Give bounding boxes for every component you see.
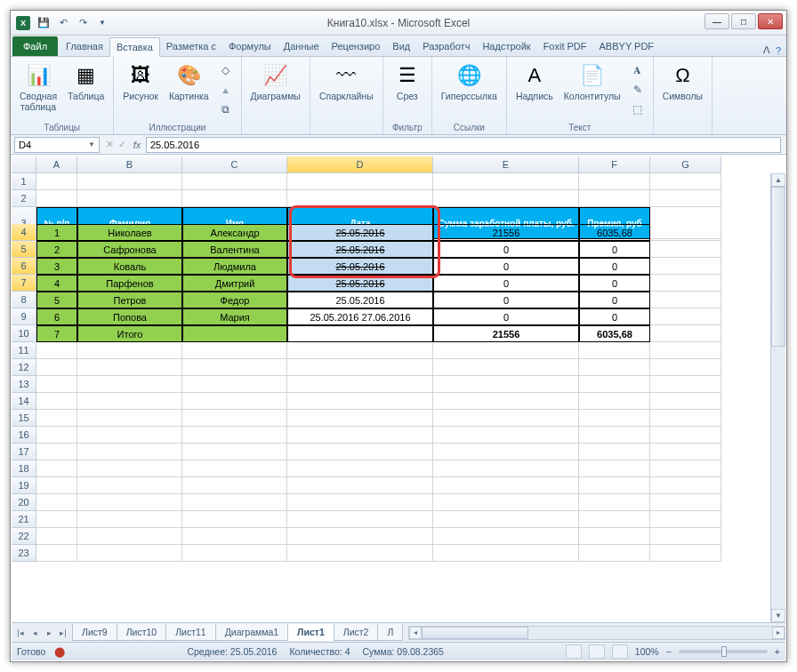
empty-cell[interactable] [182,528,287,545]
tab-developer[interactable]: Разработч [416,36,476,56]
row-header[interactable]: 21 [12,511,36,528]
object-button[interactable]: ⬚ [628,100,648,118]
row-header[interactable]: 7 [12,275,36,292]
row-header[interactable]: 5 [12,241,36,258]
table-cell[interactable]: 25.05.2016 [287,224,433,241]
tab-insert[interactable]: Вставка [109,37,160,57]
table-cell[interactable]: 5 [36,292,77,308]
sheet-tab[interactable]: Лист10 [117,624,167,641]
table-cell[interactable]: 25.05.2016 27.06.2016 [287,308,433,325]
formula-input[interactable]: 25.05.2016 [146,137,781,153]
empty-cell[interactable] [433,427,579,444]
col-header[interactable]: C [182,156,287,173]
empty-cell[interactable] [650,190,721,207]
table-cell[interactable]: Александр [182,224,287,241]
empty-cell[interactable] [650,477,721,494]
empty-cell[interactable] [182,376,287,393]
row-header[interactable]: 18 [12,460,36,477]
view-layout-button[interactable] [589,644,605,659]
empty-cell[interactable] [650,460,721,477]
empty-cell[interactable] [579,427,650,444]
empty-cell[interactable] [579,376,650,393]
smartart-button[interactable]: ⟁ [216,81,236,99]
empty-cell[interactable] [433,444,579,460]
undo-icon[interactable]: ↶ [55,15,71,31]
empty-cell[interactable] [650,325,721,342]
row-header[interactable]: 17 [12,444,36,460]
tab-nav-next-icon[interactable]: ▸ [42,626,56,640]
clipart-button[interactable]: 🎨Картинка [165,60,213,104]
vscroll-thumb[interactable] [771,187,785,347]
empty-cell[interactable] [433,393,579,410]
col-header[interactable]: G [650,156,721,173]
symbols-button[interactable]: ΩСимволы [659,60,706,104]
ribbon-minimize-icon[interactable]: ᐱ [763,44,770,56]
empty-cell[interactable] [182,545,287,562]
empty-cell[interactable] [182,190,287,207]
table-cell[interactable]: 0 [433,308,579,325]
table-cell[interactable]: 25.05.2016 [287,241,433,258]
empty-cell[interactable] [36,427,77,444]
row-header[interactable]: 19 [12,477,36,494]
empty-cell[interactable] [579,477,650,494]
row-header[interactable]: 1 [12,173,36,190]
table-cell[interactable]: Николаев [77,224,182,241]
empty-cell[interactable] [182,511,287,528]
cancel-fx-icon[interactable]: ✕ [103,139,116,150]
empty-cell[interactable] [433,511,579,528]
row-header[interactable]: 22 [12,528,36,545]
tab-data[interactable]: Данные [278,36,326,56]
empty-cell[interactable] [579,359,650,376]
empty-cell[interactable] [433,494,579,511]
empty-cell[interactable] [77,477,182,494]
tab-view[interactable]: Вид [386,36,416,56]
table-cell[interactable]: 0 [433,292,579,308]
empty-cell[interactable] [182,460,287,477]
empty-cell[interactable] [182,173,287,190]
table-cell[interactable]: Парфенов [77,275,182,292]
row-header[interactable]: 16 [12,427,36,444]
empty-cell[interactable] [287,393,433,410]
empty-cell[interactable] [433,460,579,477]
empty-cell[interactable] [433,545,579,562]
empty-cell[interactable] [36,511,77,528]
scroll-down-icon[interactable]: ▼ [771,609,785,622]
sheet-tab[interactable]: Л [377,624,403,641]
empty-cell[interactable] [433,376,579,393]
empty-cell[interactable] [650,410,721,427]
table-cell[interactable]: 2 [36,241,77,258]
empty-cell[interactable] [433,477,579,494]
help-icon[interactable]: ? [776,45,781,56]
row-header[interactable]: 8 [12,292,36,308]
scroll-up-icon[interactable]: ▲ [771,173,785,187]
empty-cell[interactable] [287,427,433,444]
empty-cell[interactable] [650,258,721,275]
empty-cell[interactable] [579,511,650,528]
empty-cell[interactable] [650,393,721,410]
sparklines-button[interactable]: 〰Спарклайны [316,60,377,104]
empty-cell[interactable] [287,477,433,494]
row-header[interactable]: 2 [12,190,36,207]
empty-cell[interactable] [579,393,650,410]
empty-cell[interactable] [36,393,77,410]
shapes-button[interactable]: ◇ [216,61,236,79]
table-cell[interactable]: 6 [36,308,77,325]
redo-icon[interactable]: ↷ [75,15,91,31]
empty-cell[interactable] [77,528,182,545]
empty-cell[interactable] [650,427,721,444]
name-box[interactable]: D4▼ [14,137,100,153]
row-header[interactable]: 14 [12,393,36,410]
hyperlink-button[interactable]: 🌐Гиперссылка [438,60,501,104]
empty-cell[interactable] [36,477,77,494]
row-header[interactable]: 11 [12,342,36,359]
empty-cell[interactable] [650,545,721,562]
signature-button[interactable]: ✎ [628,81,648,99]
maximize-button[interactable]: □ [731,13,756,29]
empty-cell[interactable] [36,359,77,376]
table-cell[interactable] [287,325,433,342]
empty-cell[interactable] [287,511,433,528]
table-cell[interactable]: 0 [579,308,650,325]
col-header[interactable]: A [36,156,77,173]
row-header[interactable]: 12 [12,359,36,376]
horizontal-scrollbar[interactable]: ◂ ▸ [408,626,785,640]
